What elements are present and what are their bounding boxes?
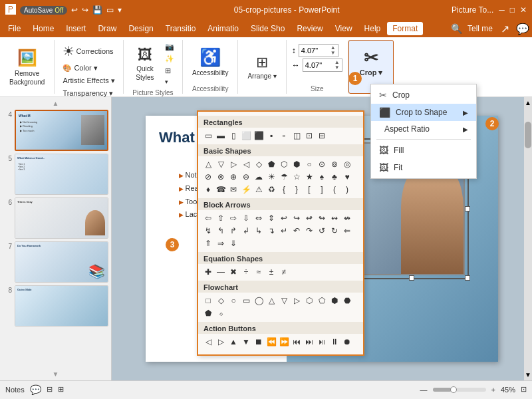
shape-basic-25[interactable]: ♦ [202, 184, 214, 196]
handle-bc[interactable] [409, 275, 414, 281]
shape-rect-1[interactable]: ▭ [202, 130, 214, 142]
slide-thumb-4[interactable]: 4 What M ▶ Not knowing ▶ Reading ▶ Too m… [3, 110, 108, 151]
height-decrement[interactable]: ▼ [331, 51, 336, 56]
shape-rect-4[interactable]: ⬜ [240, 130, 252, 142]
save-icon[interactable]: 💾 [92, 5, 102, 15]
shape-basic-26[interactable]: ☎ [215, 184, 227, 196]
share-icon[interactable]: ↗ [501, 23, 509, 35]
fc-14[interactable]: ⬦ [215, 307, 227, 319]
menu-animations[interactable]: Animatio [202, 22, 244, 35]
styles-expand-button[interactable]: ▾ [162, 77, 177, 86]
shape-rect-5[interactable]: ⬛ [253, 130, 265, 142]
arrow-6[interactable]: ⇕ [265, 212, 277, 224]
shape-basic-21[interactable]: ★ [303, 171, 315, 183]
arrow-17[interactable]: ↳ [253, 225, 265, 237]
fc-5[interactable]: ◯ [253, 295, 265, 307]
fit-window-btn[interactable]: ⊡ [521, 385, 527, 394]
shape-basic-6[interactable]: ⬟ [265, 158, 277, 170]
menu-file[interactable]: File [3, 22, 26, 35]
shape-rect-6[interactable]: ▪ [265, 130, 277, 142]
menu-draw[interactable]: Draw [92, 22, 122, 35]
arrow-20[interactable]: ↶ [291, 225, 303, 237]
height-input[interactable] [301, 47, 327, 55]
arrow-7[interactable]: ↩ [278, 212, 290, 224]
slide-thumb-8[interactable]: 8 Outro Slide [3, 285, 108, 327]
shape-basic-7[interactable]: ⬡ [278, 158, 290, 170]
fc-6[interactable]: △ [265, 295, 277, 307]
shape-rect-3[interactable]: ▯ [227, 130, 239, 142]
shape-basic-18[interactable]: ☀ [265, 171, 277, 183]
slide-preview-8[interactable]: Outro Slide [15, 285, 108, 327]
scroll-up-btn[interactable]: ▲ [3, 100, 108, 107]
eq-1[interactable]: ✚ [202, 266, 214, 278]
eq-3[interactable]: ✖ [227, 266, 239, 278]
fc-3[interactable]: ○ [227, 295, 239, 307]
shape-basic-16[interactable]: ⊖ [240, 171, 252, 183]
arrow-21[interactable]: ↷ [303, 225, 315, 237]
ab-9[interactable]: ⏭ [303, 336, 315, 348]
maximize-btn[interactable]: □ [510, 5, 515, 15]
handle-br[interactable] [465, 275, 470, 281]
quick-styles-button[interactable]: 🖼 QuickStyles [129, 43, 161, 84]
crop-dd-fit[interactable]: 🖼 Fit [371, 159, 476, 176]
fc-7[interactable]: ▽ [278, 295, 290, 307]
fc-11[interactable]: ⬢ [329, 295, 340, 307]
crop-dd-crop-to-shape[interactable]: ⬛ Crop to Shape ▶ [371, 104, 476, 121]
close-btn[interactable]: ✕ [520, 5, 527, 15]
arrow-16[interactable]: ↲ [240, 225, 252, 237]
remove-background-button[interactable]: 🖼️ RemoveBackground [5, 47, 49, 88]
shape-basic-13[interactable]: ⊘ [202, 171, 214, 183]
shape-basic-28[interactable]: ⚡ [240, 184, 252, 196]
shape-basic-23[interactable]: ♣ [329, 171, 340, 183]
view-slide-sorter-btn[interactable]: ⊞ [58, 385, 64, 394]
shape-basic-35[interactable]: ( [329, 184, 340, 196]
shape-basic-8[interactable]: ⬢ [291, 158, 303, 170]
shape-basic-24[interactable]: ♥ [341, 171, 353, 183]
artistic-effects-button[interactable]: Artistic Effects ▾ [60, 75, 118, 86]
arrange-button[interactable]: ⊞ Arrange ▾ [243, 47, 280, 88]
width-input[interactable] [305, 61, 331, 69]
shape-basic-29[interactable]: ⚠ [253, 184, 265, 196]
accessibility-button[interactable]: ♿ Accessibility [188, 41, 232, 82]
arrow-18[interactable]: ↴ [265, 225, 277, 237]
width-decrement[interactable]: ▼ [334, 65, 340, 70]
handle-mr[interactable] [465, 206, 470, 211]
slide-preview-7[interactable]: Do You Homework 📚 [15, 241, 108, 283]
fc-10[interactable]: ⬠ [316, 295, 328, 307]
menu-review[interactable]: Review [291, 22, 328, 35]
arrow-14[interactable]: ↰ [215, 225, 227, 237]
menu-slideshow[interactable]: Slide Sho [245, 22, 290, 35]
shape-rect-9[interactable]: ⊡ [303, 130, 315, 142]
arrow-12[interactable]: ↮ [341, 212, 353, 224]
zoom-handle[interactable] [450, 386, 457, 393]
shape-basic-22[interactable]: ♠ [316, 171, 328, 183]
scroll-down-arrow[interactable]: ▼ [523, 369, 532, 380]
picture-layout-button[interactable]: ⊞ [162, 65, 177, 76]
slide-preview-6[interactable]: Title is Gray [15, 198, 108, 239]
shape-basic-14[interactable]: ⊗ [215, 171, 227, 183]
shape-basic-19[interactable]: ☂ [278, 171, 290, 183]
shape-basic-20[interactable]: ☆ [291, 171, 303, 183]
zoom-out-btn[interactable]: — [420, 386, 428, 394]
shape-rect-7[interactable]: ▫ [278, 130, 290, 142]
menu-design[interactable]: Design [123, 22, 158, 35]
ab-1[interactable]: ◁ [202, 336, 214, 348]
arrow-26[interactable]: ⇒ [215, 237, 227, 249]
shape-basic-27[interactable]: ✉ [227, 184, 239, 196]
redo-icon[interactable]: ↪ [82, 5, 88, 15]
shape-basic-30[interactable]: ♻ [265, 184, 277, 196]
present-icon[interactable]: ▭ [106, 5, 114, 15]
arrow-1[interactable]: ⇦ [202, 212, 214, 224]
arrow-8[interactable]: ↪ [291, 212, 303, 224]
ab-2[interactable]: ▷ [215, 336, 227, 348]
zoom-slider[interactable] [433, 388, 486, 392]
search-icon[interactable]: 🔍 [451, 23, 462, 34]
color-button[interactable]: 🎨 Color ▾ [60, 63, 118, 74]
shape-basic-4[interactable]: ◁ [240, 158, 252, 170]
arrow-5[interactable]: ⇔ [253, 212, 265, 224]
arrow-11[interactable]: ↭ [329, 212, 340, 224]
slide-preview-5[interactable]: What Makes a Good... • Item 1 • Item 2 •… [15, 154, 108, 195]
shape-basic-3[interactable]: ▷ [227, 158, 239, 170]
scroll-up-arrow[interactable]: ▲ [523, 97, 532, 108]
shape-basic-17[interactable]: ☁ [253, 171, 265, 183]
